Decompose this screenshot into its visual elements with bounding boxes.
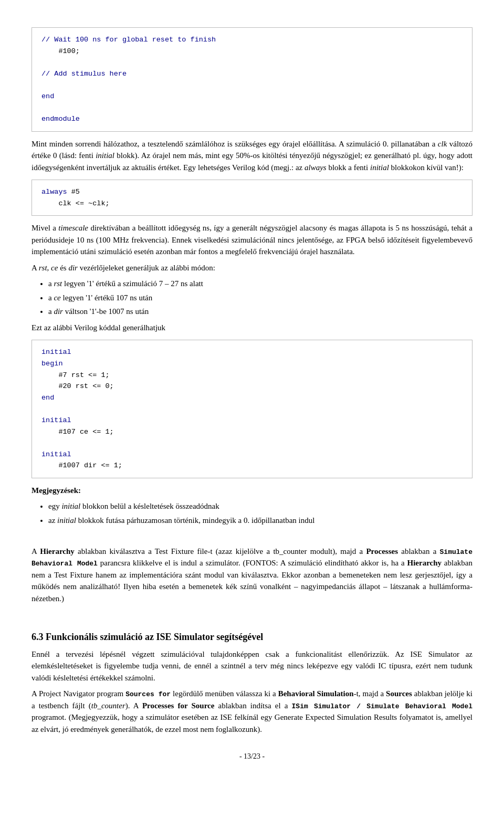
code-line: end [41, 92, 54, 100]
code-line: clk <= ~clk; [41, 200, 110, 207]
paragraph-3: A rst, ce és dir vezérlőjeleket generálj… [32, 262, 472, 274]
code-line: #100; [41, 47, 80, 55]
notes-list: egy initial blokkon belül a késleltetése… [48, 500, 472, 526]
note-item-2: az initial blokkok futása párhuzamosan t… [48, 515, 472, 527]
list-item-3: a dir váltson '1'-be 1007 ns után [48, 306, 472, 318]
paragraph-6: Ennél a tervezési lépésnél végzett szimu… [32, 648, 472, 684]
note-item-1: egy initial blokkon belül a késleltetése… [48, 500, 472, 512]
bullet-list-1: a rst legyen '1' értékű a szimuláció 7 –… [48, 278, 472, 318]
code-block-2: always #5 clk <= ~clk; [32, 180, 472, 216]
code-line: always [41, 188, 67, 196]
code-block-1: // Wait 100 ns for global reset to finis… [32, 27, 472, 132]
section-title-63: 6.3 Funkcionális szimuláció az ISE Simul… [32, 630, 472, 644]
code-line: endmodule [41, 115, 80, 123]
paragraph-4: Ezt az alábbi Verilog kóddal generálhatj… [32, 322, 472, 334]
paragraph-1: Mint minden sorrendi hálózathoz, a teszt… [32, 138, 472, 174]
code-line: // Wait 100 ns for global reset to finis… [41, 36, 216, 44]
code-line: #5 [71, 188, 80, 196]
paragraph-7: A Project Navigator program Sources for … [32, 688, 472, 735]
list-item-1: a rst legyen '1' értékű a szimuláció 7 –… [48, 278, 472, 290]
paragraph-2: Mivel a timescale direktívában a beállít… [32, 222, 472, 258]
list-item-2: a ce legyen '1' értékű 107 ns után [48, 292, 472, 304]
page-number: - 13/23 - [32, 751, 472, 762]
code-line: // Add stimulus here [41, 70, 127, 78]
paragraph-5: A Hierarchy ablakban kiválasztva a Test … [32, 546, 472, 605]
notes-title: Megjegyzések: [32, 485, 472, 497]
code-block-3: initial begin #7 rst <= 1; #20 rst <= 0;… [32, 340, 472, 478]
